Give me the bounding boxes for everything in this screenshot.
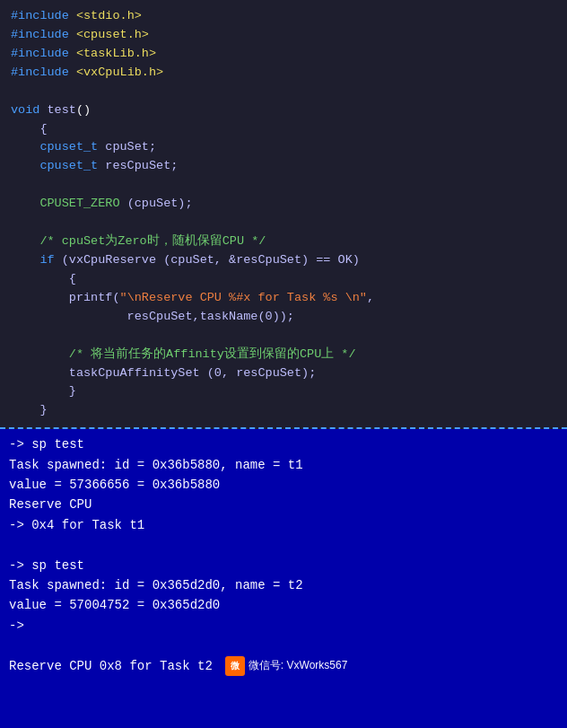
code-line-brace-if: { [11,270,556,289]
terminal-line-3: value = 57366656 = 0x36b5880 [9,475,558,495]
terminal-line-9: -> [9,616,558,636]
watermark: 微 微信号: VxWorks567 [225,656,347,676]
code-line-include-3: #include <taskLib.h> [11,45,556,64]
code-line-blank-3 [11,214,556,232]
code-line-decl-1: cpuset_t cpuSet; [11,138,556,157]
code-line-decl-2: cpuset_t resCpuSet; [11,157,556,176]
code-line-brace-close-if: } [11,382,556,401]
terminal-line-8: value = 57004752 = 0x365d2d0 [9,595,558,615]
terminal-line-blank-2 [9,636,558,655]
terminal-line-5: -> 0x4 for Task t1 [9,515,558,535]
code-line-blank-1 [11,83,556,101]
terminal-line-4: Reserve CPU [9,495,558,514]
code-line-brace-close-func: } [11,401,556,420]
code-line-include-2: #include <cpuset.h> [11,26,556,45]
code-line-include-4: #include <vxCpuLib.h> [11,64,556,83]
terminal-line-6: -> sp test [9,556,558,575]
terminal-line-10: Reserve CPU 0x8 for Task t2 微 微信号: VxWor… [9,656,558,676]
code-section: #include <stdio.h> #include <cpuset.h> #… [0,0,567,429]
terminal-section: -> sp test Task spawned: id = 0x36b5880,… [0,429,567,728]
code-line-printf: printf("\nReserve CPU %#x for Task %s \n… [11,289,556,308]
code-line-if: if (vxCpuReserve (cpuSet, &resCpuSet) ==… [11,251,556,270]
terminal-line-7: Task spawned: id = 0x365d2d0, name = t2 [9,575,558,595]
terminal-line-1: -> sp test [9,434,558,454]
code-line-include-1: #include <stdio.h> [11,7,556,26]
code-line-printf-args: resCpuSet,taskName(0)); [11,308,556,327]
watermark-text: 微信号: VxWorks567 [249,657,347,674]
code-line-func: void test() [11,101,556,120]
code-line-brace-open: { [11,120,556,139]
code-line-comment-1: /* cpuSet为Zero时，随机保留CPU */ [11,232,556,251]
terminal-reserve-cpu-text: Reserve CPU 0x8 for Task t2 [9,656,213,676]
code-line-macro: CPUSET_ZERO (cpuSet); [11,195,556,214]
code-line-blank-2 [11,176,556,195]
watermark-icon: 微 [225,656,245,676]
code-line-comment-2: /* 将当前任务的Affinity设置到保留的CPU上 */ [11,346,556,364]
terminal-line-2: Task spawned: id = 0x36b5880, name = t1 [9,455,558,475]
terminal-line-blank-1 [9,535,558,555]
code-line-blank-4 [11,327,556,346]
code-line-affinity: taskCpuAffinitySet (0, resCpuSet); [11,364,556,383]
